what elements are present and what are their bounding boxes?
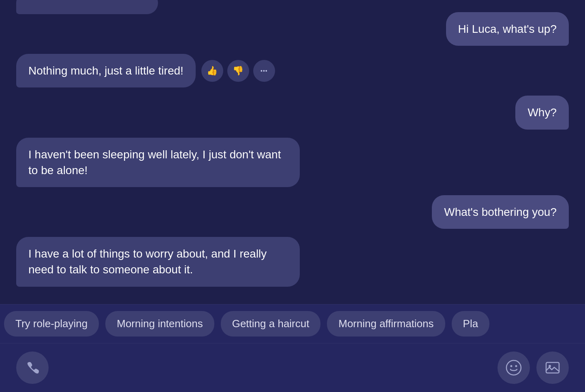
phone-button[interactable] [16,352,49,384]
right-icons [497,352,569,384]
message-row: Nothing much, just a little tired! 👍 👎 •… [16,54,569,87]
message-bubble: Hi Luca, what's up? [446,12,569,46]
message-row: I have a lot of things to worry about, a… [16,237,569,286]
emoji-button[interactable] [497,352,530,384]
message-text: Hi Luca, what's up? [458,23,557,35]
bottom-bar [0,343,585,392]
message-bubble: Why? [515,96,569,129]
message-row: Hi Luca, what's up? [16,12,569,46]
message-row: I haven't been sleeping well lately, I j… [16,138,569,187]
message-text: Nothing much, just a little tired! [28,64,184,77]
reaction-buttons: 👍 👎 ••• [201,60,275,82]
message-bubble: I haven't been sleeping well lately, I j… [16,138,300,187]
message-bubble: What's bothering you? [432,195,569,229]
message-bubble: I have a lot of things to worry about, a… [16,237,300,286]
messages-area: Hi Luca, what's up? Nothing much, just a… [0,0,585,304]
suggestion-chip-morning-intentions[interactable]: Morning intentions [105,311,214,337]
message-text: Why? [527,106,557,119]
svg-point-0 [506,360,521,375]
partial-bubble-top [16,0,158,14]
image-icon [544,359,561,376]
svg-point-1 [510,365,512,367]
message-text: What's bothering you? [444,206,557,218]
emoji-icon [505,359,522,376]
message-row: Why? [16,96,569,129]
svg-rect-3 [546,362,559,373]
svg-point-2 [515,365,517,367]
thumbs-down-button[interactable]: 👎 [227,60,249,82]
more-options-button[interactable]: ••• [253,60,275,82]
message-text: I haven't been sleeping well lately, I j… [28,148,281,177]
message-bubble: Nothing much, just a little tired! [16,54,196,87]
suggestion-chip-try-role-playing[interactable]: Try role-playing [4,311,99,337]
image-button[interactable] [536,352,569,384]
suggestion-chip-getting-haircut[interactable]: Getting a haircut [221,311,321,337]
suggestion-chip-morning-affirmations[interactable]: Morning affirmations [327,311,445,337]
message-row: What's bothering you? [16,195,569,229]
bubble-with-reactions: Nothing much, just a little tired! 👍 👎 •… [16,54,275,87]
suggestions-bar: Try role-playing Morning intentions Gett… [0,304,585,343]
phone-icon [24,360,41,376]
suggestion-chip-partial[interactable]: Pla [452,311,490,337]
chat-container: Hi Luca, what's up? Nothing much, just a… [0,0,585,392]
svg-point-4 [549,365,551,367]
thumbs-up-button[interactable]: 👍 [201,60,223,82]
message-text: I have a lot of things to worry about, a… [28,247,267,276]
